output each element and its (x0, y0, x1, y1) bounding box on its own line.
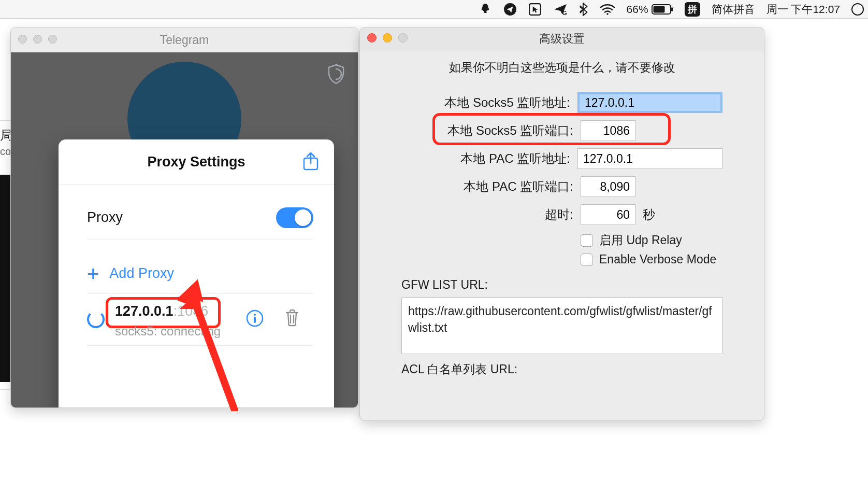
verbose-row[interactable]: Enable Verbose Mode (581, 252, 722, 266)
pac-address-label: 本地 PAC 监听地址: (401, 150, 570, 167)
shield-icon[interactable] (327, 64, 345, 87)
zoom-button[interactable] (48, 35, 57, 44)
pac-address-row: 本地 PAC 监听地址: (401, 148, 722, 169)
advanced-traffic-lights[interactable] (367, 33, 408, 43)
svg-point-9 (254, 314, 256, 316)
timeout-unit: 秒 (643, 206, 655, 223)
telegram-window: Telegram Proxy Settings Proxy + Add (10, 27, 358, 408)
macos-menubar: G 66% 拼 简体拼音 周一 下午12:07 (0, 0, 868, 19)
socks5-port-row: 本地 Socks5 监听端口: (401, 120, 722, 141)
proxy-ip: 127.0.0.1 (115, 303, 173, 319)
proxy-toggle[interactable] (276, 207, 313, 228)
acl-label: ACL 白名单列表 URL: (401, 361, 722, 377)
pac-port-label: 本地 PAC 监听端口: (401, 178, 573, 195)
socks5-address-label: 本地 Socks5 监听地址: (401, 94, 570, 111)
proxy-toggle-row: Proxy (87, 195, 313, 240)
popup-header: Proxy Settings (59, 139, 334, 185)
popup-title: Proxy Settings (147, 154, 245, 170)
svg-text:G: G (562, 10, 567, 16)
proxy-entry-row[interactable]: 127.0.0.1:1086 socks5: connecting (87, 294, 313, 346)
fragment-text-2: co (0, 146, 11, 158)
share-icon[interactable] (302, 151, 320, 175)
svg-rect-6 (653, 6, 664, 12)
proxy-settings-popup: Proxy Settings Proxy + Add Proxy 127. (59, 139, 334, 408)
timeout-label: 超时: (401, 206, 573, 223)
svg-rect-5 (671, 7, 673, 11)
socks5-port-input[interactable] (581, 120, 635, 141)
close-button[interactable] (18, 35, 27, 44)
gfw-url-input[interactable] (401, 297, 722, 354)
telegram-titlebar[interactable]: Telegram (11, 27, 358, 52)
ime-label[interactable]: 简体拼音 (712, 2, 755, 17)
battery-percent-label: 66% (627, 3, 648, 16)
acl-section: ACL 白名单列表 URL: (360, 357, 764, 377)
bluetooth-icon[interactable] (579, 3, 588, 16)
telegram-title: Telegram (160, 33, 209, 47)
svg-rect-10 (254, 317, 256, 323)
timeout-input[interactable] (581, 204, 635, 225)
plus-icon: + (87, 263, 99, 284)
pac-address-input[interactable] (577, 148, 722, 169)
proxy-address: 127.0.0.1:1086 (115, 303, 208, 319)
gfw-label: GFW LIST URL: (401, 278, 722, 292)
connecting-spinner-icon (87, 311, 105, 328)
gfw-section: GFW LIST URL: (360, 271, 764, 357)
wifi-icon[interactable] (600, 3, 615, 16)
socks5-port-label: 本地 Socks5 监听端口: (401, 122, 573, 139)
battery-icon (652, 4, 673, 15)
paper-plane-icon[interactable]: G (553, 3, 568, 16)
popup-body: Proxy + Add Proxy 127.0.0.1:1086 socks5:… (59, 185, 334, 346)
add-proxy-label: Add Proxy (109, 265, 174, 282)
minimize-button[interactable] (383, 33, 392, 43)
add-proxy-row[interactable]: + Add Proxy (87, 254, 313, 294)
socks5-address-row: 本地 Socks5 监听地址: (401, 92, 722, 113)
advanced-settings-window: 高级设置 如果你不明白这些选项是什么，请不要修改 本地 Socks5 监听地址:… (359, 27, 764, 421)
timeout-row: 超时: 秒 (401, 204, 722, 225)
spotlight-search-icon[interactable] (851, 3, 864, 16)
fragment-dark-bar (0, 175, 11, 382)
minimize-button[interactable] (33, 35, 42, 44)
advanced-titlebar[interactable]: 高级设置 (360, 27, 764, 50)
qq-penguin-icon[interactable] (479, 3, 492, 16)
ime-indicator-box[interactable]: 拼 (685, 2, 700, 17)
telegram-traffic-lights[interactable] (18, 35, 57, 44)
udp-relay-checkbox[interactable] (581, 234, 593, 247)
advanced-title: 高级设置 (539, 31, 585, 47)
pac-port-row: 本地 PAC 监听端口: (401, 176, 722, 197)
svg-point-3 (606, 13, 609, 15)
cursor-arrow-icon[interactable] (528, 3, 542, 16)
telegram-body: Proxy Settings Proxy + Add Proxy 127. (11, 52, 358, 407)
proxy-port: :1086 (173, 303, 209, 319)
advanced-form: 本地 Socks5 监听地址: 本地 Socks5 监听端口: 本地 PAC 监… (360, 80, 764, 266)
info-icon[interactable] (246, 310, 264, 329)
clock-label[interactable]: 周一 下午12:07 (766, 2, 840, 17)
udp-relay-row[interactable]: 启用 Udp Relay (581, 232, 722, 248)
socks5-address-input[interactable] (577, 92, 722, 113)
verbose-label: Enable Verbose Mode (599, 252, 716, 266)
udp-relay-label: 启用 Udp Relay (599, 232, 682, 248)
close-button[interactable] (367, 33, 377, 43)
background-app-fragment: 局 co (0, 120, 11, 390)
proxy-status: socks5: connecting (115, 324, 221, 339)
verbose-checkbox[interactable] (581, 254, 593, 266)
pac-port-input[interactable] (581, 176, 635, 197)
battery-status[interactable]: 66% (627, 3, 673, 16)
advanced-warning: 如果你不明白这些选项是什么，请不要修改 (360, 50, 764, 80)
telegram-status-icon[interactable] (503, 3, 517, 16)
proxy-label: Proxy (87, 209, 123, 226)
zoom-button[interactable] (398, 33, 408, 43)
trash-icon[interactable] (284, 308, 300, 329)
